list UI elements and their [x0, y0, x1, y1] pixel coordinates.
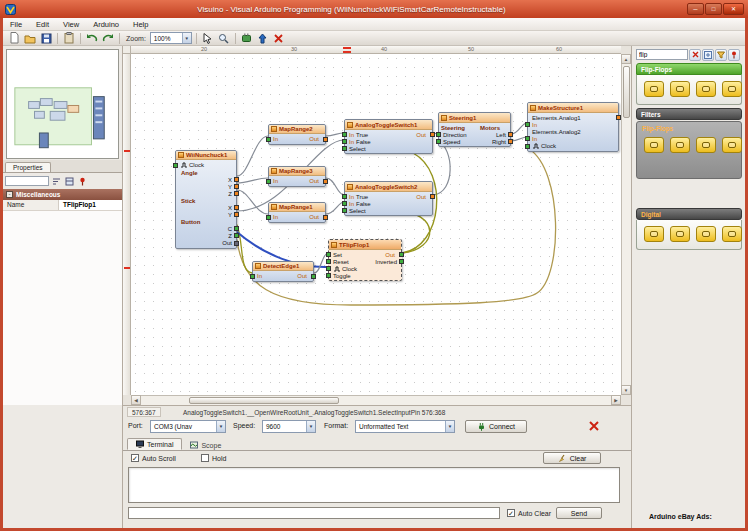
node-maprange2[interactable]: MapRange2 In Out: [268, 124, 326, 145]
search-input[interactable]: [636, 49, 688, 60]
input-pin[interactable]: [342, 201, 347, 206]
clock-input-pin[interactable]: [525, 144, 530, 149]
property-value[interactable]: TFlipFlop1: [59, 200, 122, 210]
component-chip[interactable]: [722, 226, 742, 242]
input-pin[interactable]: [266, 137, 271, 142]
component-chip[interactable]: [644, 81, 664, 97]
zoom-in-button[interactable]: [217, 32, 231, 45]
design-canvas[interactable]: WiiNunchuck1 Clock Angle X Y Z Stick X Y…: [131, 54, 621, 395]
tab-scope[interactable]: Scope: [182, 440, 229, 450]
input-pin[interactable]: [342, 194, 347, 199]
filter-icon[interactable]: [715, 49, 727, 61]
output-pin[interactable]: [399, 252, 404, 257]
output-pin[interactable]: [234, 212, 239, 217]
input-pin[interactable]: [525, 122, 530, 127]
pin-icon[interactable]: [76, 175, 88, 187]
select-tool-button[interactable]: [201, 32, 215, 45]
output-pin[interactable]: [399, 259, 404, 264]
vertical-scrollbar[interactable]: ▲ ▼: [621, 54, 631, 395]
component-chip[interactable]: [644, 226, 664, 242]
save-button[interactable]: [39, 32, 53, 45]
connect-button[interactable]: Connect: [465, 420, 527, 433]
node-maprange1[interactable]: MapRange1 In Out: [268, 202, 326, 223]
palette-group-filters[interactable]: Filters: [636, 108, 742, 120]
output-pin[interactable]: [323, 137, 328, 142]
property-row[interactable]: Name TFlipFlop1: [3, 200, 122, 211]
node-wiinunchuck1[interactable]: WiiNunchuck1 Clock Angle X Y Z Stick X Y…: [175, 150, 237, 249]
output-pin[interactable]: [508, 132, 513, 137]
palette-group-flipflops-result[interactable]: Flip-Flops: [636, 63, 742, 75]
stop-button[interactable]: [272, 32, 286, 45]
redo-button[interactable]: [101, 32, 115, 45]
clock-input-pin[interactable]: [173, 163, 178, 168]
minimap[interactable]: [6, 49, 119, 159]
node-analogtoggleswitch2[interactable]: AnalogToggleSwitch2 In True Out In False…: [344, 181, 433, 216]
checkbox-icon[interactable]: [201, 454, 209, 462]
wire[interactable]: [326, 178, 344, 195]
pin-icon[interactable]: [728, 49, 740, 61]
input-pin[interactable]: [266, 215, 271, 220]
menu-edit[interactable]: Edit: [29, 20, 56, 29]
node-steering1[interactable]: Steering1 Steering Direction Speed Motor…: [438, 112, 511, 147]
input-pin[interactable]: [250, 274, 255, 279]
wire[interactable]: [237, 136, 268, 176]
scroll-left-icon[interactable]: ◀: [131, 395, 141, 405]
component-chip[interactable]: [644, 137, 664, 153]
port-select[interactable]: COM3 (Unav ▼: [150, 420, 226, 433]
wire[interactable]: [237, 178, 268, 183]
close-button[interactable]: ✕: [723, 3, 744, 15]
input-pin[interactable]: [342, 139, 347, 144]
tab-terminal[interactable]: Terminal: [127, 438, 182, 450]
sort-icon[interactable]: [50, 175, 62, 187]
output-pin[interactable]: [234, 226, 239, 231]
input-pin[interactable]: [436, 139, 441, 144]
input-pin[interactable]: [342, 132, 347, 137]
zoom-select[interactable]: 100% ▼: [150, 32, 192, 44]
input-pin[interactable]: [525, 136, 530, 141]
node-tflipflop1[interactable]: TFlipFlop1 Set Out Reset Inverted: [328, 239, 402, 281]
speed-select[interactable]: 9600 ▼: [262, 420, 316, 433]
open-file-button[interactable]: [23, 32, 37, 45]
send-button[interactable]: Send: [556, 507, 602, 519]
properties-filter-input[interactable]: [5, 176, 49, 186]
scroll-down-icon[interactable]: ▼: [621, 385, 631, 395]
maximize-button[interactable]: □: [705, 3, 722, 15]
output-pin[interactable]: [234, 205, 239, 210]
component-chip[interactable]: [722, 137, 742, 153]
component-chip[interactable]: [696, 137, 716, 153]
minimize-button[interactable]: ─: [687, 3, 704, 15]
input-pin[interactable]: [342, 208, 347, 213]
collapse-icon[interactable]: -: [6, 191, 13, 198]
menu-arduino[interactable]: Arduino: [86, 20, 126, 29]
checkbox-icon[interactable]: ✓: [507, 509, 515, 517]
menu-help[interactable]: Help: [126, 20, 155, 29]
upload-button[interactable]: [256, 32, 270, 45]
clear-search-button[interactable]: [689, 49, 701, 61]
auto-clear-checkbox[interactable]: ✓ Auto Clear: [507, 509, 551, 517]
component-chip[interactable]: [670, 137, 690, 153]
categorize-icon[interactable]: [63, 175, 75, 187]
node-maprange3[interactable]: MapRange3 In Out: [268, 166, 326, 187]
auto-scroll-checkbox[interactable]: ✓ Auto Scroll: [131, 454, 176, 462]
terminal-input[interactable]: [128, 507, 500, 519]
output-pin[interactable]: [234, 241, 239, 246]
palette-group-digital[interactable]: Digital: [636, 208, 742, 220]
output-pin[interactable]: [323, 215, 328, 220]
menu-file[interactable]: File: [3, 20, 29, 29]
build-button[interactable]: [240, 32, 254, 45]
new-file-button[interactable]: [7, 32, 21, 45]
undo-button[interactable]: [85, 32, 99, 45]
output-pin[interactable]: [430, 194, 435, 199]
output-pin[interactable]: [234, 233, 239, 238]
output-pin[interactable]: [430, 132, 435, 137]
input-pin[interactable]: [326, 273, 331, 278]
node-makestructure1[interactable]: MakeStructure1 Elements.Analog1 In Eleme…: [527, 102, 619, 152]
clear-button[interactable]: Clear: [543, 452, 601, 464]
menu-view[interactable]: View: [56, 20, 86, 29]
output-pin[interactable]: [323, 179, 328, 184]
input-pin[interactable]: [326, 259, 331, 264]
node-detectedge1[interactable]: DetectEdge1 In Out: [252, 261, 314, 282]
hold-checkbox[interactable]: Hold: [201, 454, 226, 462]
terminal-output[interactable]: [128, 467, 620, 503]
component-chip[interactable]: [722, 81, 742, 97]
